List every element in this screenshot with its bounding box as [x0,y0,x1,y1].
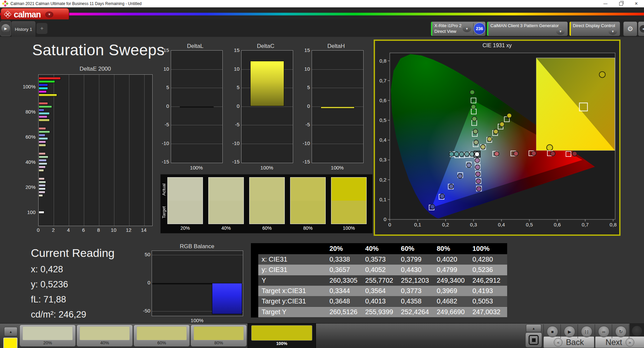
chevrons-left-icon: « [554,338,562,347]
chevron-down-icon: ▼ [463,25,471,32]
svg-text:0,6: 0,6 [379,97,386,103]
y-tick-label: -50 [142,308,150,314]
history-panel-expander[interactable]: ▶ [0,21,11,36]
swatch-color [251,325,312,341]
gridline [171,88,222,88]
separator [560,324,561,338]
plot-area [312,50,364,163]
toolbar-collapse-button[interactable]: ◀ [638,21,644,36]
swatch-cell-80% [290,177,326,224]
deltae-bar [39,84,48,86]
page-title: Saturation Sweeps [32,41,165,59]
window-title: Calman 2021 Calman Ultimate for Business… [10,1,142,6]
title-bar: Calman 2021 Calman Ultimate for Business… [0,0,644,7]
actual-swatch [250,178,284,201]
table-cell: 0,4358 [400,297,436,305]
meter-mode: Direct View [434,29,457,34]
play-button[interactable]: ▶ [564,326,575,337]
transport-collapse-button[interactable]: ▲ [526,324,541,332]
svg-text:0,8: 0,8 [610,222,617,227]
y-tick-label: 10 [155,66,169,72]
table-cell: 0,3344 [328,287,364,295]
swatch-cell-20% [167,177,203,224]
target-swatch [250,201,284,224]
restore-button[interactable] [613,0,629,7]
table-row-label: Target x:CIE31 [258,287,328,295]
gridline [312,144,363,144]
separator [578,324,578,338]
refresh-button[interactable]: ↻ [615,326,627,337]
deltae-bar [39,156,48,158]
meter-dropdown[interactable]: X-Rite i1Pro 2 Direct View ▼ 236 [431,21,486,36]
target-swatch [331,201,366,224]
pattern-swatch-button-80%[interactable]: 80% [191,325,247,347]
pattern-swatch-button-60%[interactable]: 60% [133,325,190,347]
swatch-color [194,326,244,340]
table-col-header: 80% [436,245,472,253]
back-button[interactable]: « Back [543,336,594,348]
table-col-header: 40% [364,245,400,253]
window-stop-button[interactable] [525,332,542,348]
table-cell: 0,3969 [436,287,472,295]
table-cell: 252,1203 [400,277,436,284]
deltae-bar [39,102,48,105]
pattern-swatch-button-20%[interactable]: 20% [19,325,76,347]
swatch-label: 60% [249,225,285,231]
chevron-down-icon: ▼ [608,28,617,35]
app-logo-icon [2,0,9,7]
table-col-header: 100% [471,245,507,253]
gridline [69,75,69,226]
pattern-window-button[interactable]: [·] [581,326,592,337]
table-cell: 0,3573 [364,256,400,263]
actual-swatch [168,178,203,201]
table-cell: 0,3564 [364,287,400,295]
pattern-generator-dropdown[interactable]: CalMAN Client 3 Pattern Generator ▼ [487,21,568,36]
target-row-label: Target [161,202,166,223]
stop-button[interactable]: ■ [547,326,558,337]
table-cell: 255,7702 [364,277,400,284]
y-tick-label: 15 [155,47,169,53]
table-cell: 0,3657 [328,266,364,274]
minimize-button[interactable]: — [598,0,613,7]
next-button[interactable]: Next » [595,336,644,348]
reading-line: fL: 71,88 [31,294,152,305]
svg-text:0,8: 0,8 [379,58,386,64]
chart-title: DeltaH [309,43,363,50]
deltae-bar [39,80,55,83]
table-row-label: Target y:CIE31 [258,297,328,305]
rgb-bar-green [182,283,212,284]
palette-collapse-button[interactable]: ▲ [4,327,17,336]
deltae-x-tick: 2 [49,227,57,233]
close-button[interactable]: × [629,0,644,7]
table-row: Target x:CIE310,33440,35640,37730,39690,… [258,286,507,296]
swatch-label: 20% [167,225,203,231]
y-tick-label: 0 [155,103,169,109]
deltae-bar [39,169,44,172]
value-bar [180,107,214,108]
deltae-bar [39,119,50,122]
table-cell: 0,5236 [471,266,507,274]
deltae-bar [39,166,46,168]
deltae-bar [39,191,45,194]
pattern-swatch-button-100%[interactable]: 100% [248,323,316,348]
rgb-bar-blue [212,283,242,314]
pattern-swatch-button-40%[interactable]: 40% [76,325,133,347]
current-pattern-swatch[interactable] [3,338,17,348]
svg-text:0: 0 [384,216,386,222]
add-tab-button[interactable]: + [36,23,48,34]
tab-history-1[interactable]: History 1 [11,21,36,37]
current-reading-block: Current Reading x: 0,428y: 0,5236fL: 71,… [31,247,152,320]
loop-infinite-button[interactable]: ∞ [598,326,609,337]
display-control-dropdown[interactable]: Direct Display Control ▼ [569,21,620,36]
deltae-group-label: 40% [19,159,36,165]
deltae-plot-area [38,74,153,226]
table-row: y: CIE310,36570,40520,44300,47990,5236 [258,265,507,275]
display-status-accent [570,22,571,36]
calman-menu-button[interactable]: calman ▼ [1,8,69,21]
deltae-bar [39,127,46,130]
deltae-x-tick: 4 [64,227,72,233]
swatch-cell-100% [331,177,367,224]
settings-button[interactable]: ⚙ [623,21,637,36]
gridline [171,69,222,70]
actual-swatch [331,178,366,201]
